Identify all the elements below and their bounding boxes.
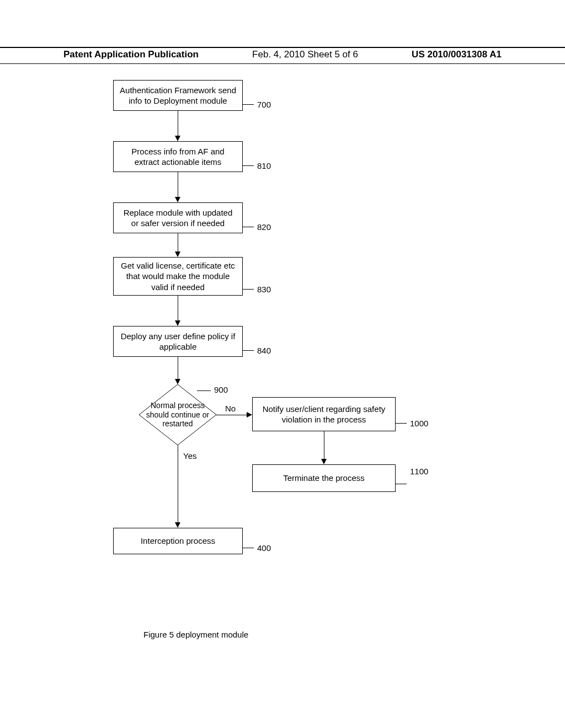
- ref-830: 830: [257, 285, 271, 294]
- decision-900-text: Normal process should continue or restar…: [146, 401, 210, 429]
- ref-900: 900: [214, 385, 228, 394]
- arrow-900-400: [178, 445, 178, 522]
- box-1100-text: Terminate the process: [283, 473, 365, 484]
- ref-820: 820: [257, 222, 271, 232]
- box-700-text: Authentication Framework send info to De…: [119, 85, 237, 106]
- arrowhead-820-830: [175, 251, 180, 257]
- arrow-1000-1100: [324, 431, 324, 459]
- decision-900: Normal process should continue or restar…: [139, 384, 216, 445]
- arrow-840-900: [178, 357, 178, 379]
- box-840-text: Deploy any user define policy if applica…: [119, 331, 237, 352]
- header-right: US 2010/0031308 A1: [412, 49, 502, 60]
- flowchart-diagram: Authentication Framework send info to De…: [0, 77, 565, 629]
- page-header: Patent Application Publication Feb. 4, 2…: [0, 47, 565, 64]
- tick-1100: [396, 484, 407, 484]
- header-left: Patent Application Publication: [63, 49, 199, 60]
- tick-700: [243, 104, 254, 105]
- arrowhead-700-810: [175, 136, 180, 141]
- ref-840: 840: [257, 346, 271, 355]
- box-840: Deploy any user define policy if applica…: [113, 326, 243, 357]
- arrowhead-900-400: [175, 522, 180, 528]
- ref-810: 810: [257, 161, 271, 170]
- box-1000-text: Notify user/client regarding safety viol…: [258, 404, 390, 425]
- ref-1000: 1000: [410, 419, 428, 428]
- figure-caption: Figure 5 deployment module: [143, 630, 248, 639]
- tick-840: [243, 350, 254, 351]
- arrow-700-810: [178, 111, 178, 136]
- arrowhead-810-820: [175, 197, 180, 202]
- box-810-text: Process info from AF and extract actiona…: [119, 146, 237, 168]
- box-820-text: Replace module with updated or safer ver…: [119, 207, 237, 229]
- arrow-820-830: [178, 233, 178, 251]
- arrow-810-820: [178, 172, 178, 197]
- label-yes: Yes: [183, 451, 196, 461]
- box-400-text: Interception process: [141, 536, 215, 547]
- arrowhead-840-900: [175, 379, 180, 384]
- arrowhead-900-1000: [247, 412, 252, 417]
- ref-400: 400: [257, 543, 271, 553]
- box-830: Get valid license, certificate etc that …: [113, 257, 243, 296]
- tick-1000: [396, 423, 407, 424]
- ref-1100: 1100: [410, 467, 428, 476]
- header-center: Feb. 4, 2010 Sheet 5 of 6: [252, 49, 358, 60]
- tick-830: [243, 289, 254, 290]
- box-400: Interception process: [113, 528, 243, 554]
- box-1100: Terminate the process: [252, 464, 396, 492]
- arrowhead-1000-1100: [321, 459, 327, 464]
- arrow-900-1000: [216, 415, 247, 415]
- box-1000: Notify user/client regarding safety viol…: [252, 397, 396, 431]
- label-no: No: [225, 404, 236, 413]
- box-700: Authentication Framework send info to De…: [113, 80, 243, 111]
- tick-400: [243, 548, 254, 548]
- box-830-text: Get valid license, certificate etc that …: [119, 260, 237, 293]
- ref-700: 700: [257, 100, 271, 109]
- box-810: Process info from AF and extract actiona…: [113, 141, 243, 172]
- arrow-830-840: [178, 296, 178, 320]
- tick-820: [243, 227, 254, 227]
- tick-900: [197, 390, 211, 391]
- box-820: Replace module with updated or safer ver…: [113, 202, 243, 233]
- tick-810: [243, 165, 254, 166]
- arrowhead-830-840: [175, 320, 180, 326]
